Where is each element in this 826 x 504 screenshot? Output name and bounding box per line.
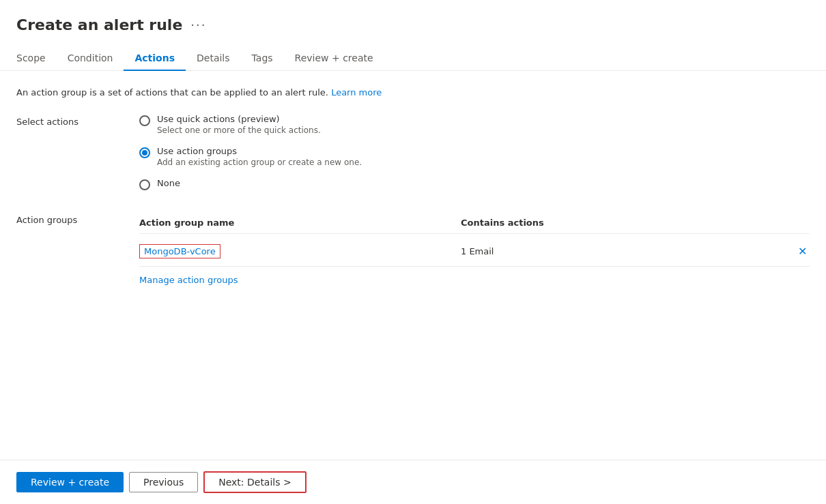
more-options-icon[interactable]: ···	[190, 18, 206, 32]
select-actions-controls: Use quick actions (preview) Select one o…	[139, 114, 810, 190]
action-groups-section: Action groups Action group name Contains…	[16, 212, 810, 285]
radio-none-label: None	[157, 178, 180, 188]
select-actions-section: Select actions Use quick actions (previe…	[16, 114, 810, 190]
radio-action-groups-desc: Add an existing action group or create a…	[157, 158, 362, 167]
radio-option-none[interactable]: None	[139, 178, 810, 190]
info-bar-text: An action group is a set of actions that…	[16, 87, 328, 98]
manage-action-groups-link[interactable]: Manage action groups	[139, 275, 238, 285]
tab-tags[interactable]: Tags	[241, 47, 284, 70]
page-title: Create an alert rule	[16, 16, 182, 33]
col-header-name: Action group name	[139, 218, 461, 228]
radio-quick-actions-label: Use quick actions (preview)	[157, 114, 321, 124]
page-header: Create an alert rule ···	[0, 0, 826, 33]
info-bar: An action group is a set of actions that…	[16, 87, 810, 98]
footer: Review + create Previous Next: Details >	[0, 460, 826, 504]
previous-button[interactable]: Previous	[129, 472, 198, 492]
action-groups-table-wrapper: Action group name Contains actions Mongo…	[139, 212, 810, 285]
action-group-name-link[interactable]: MongoDB-vCore	[139, 244, 220, 258]
cell-contains-actions: 1 Email	[461, 246, 782, 256]
tab-scope[interactable]: Scope	[16, 47, 57, 70]
select-actions-label: Select actions	[16, 114, 112, 190]
review-create-button[interactable]: Review + create	[16, 472, 124, 492]
radio-option-action-groups[interactable]: Use action groups Add an existing action…	[139, 146, 810, 167]
radio-action-groups-label: Use action groups	[157, 146, 362, 156]
action-groups-label: Action groups	[16, 212, 112, 285]
tab-actions[interactable]: Actions	[124, 47, 186, 70]
radio-quick-actions-input[interactable]	[139, 115, 150, 126]
cell-remove: ✕	[782, 242, 810, 261]
tab-review-create[interactable]: Review + create	[284, 47, 384, 70]
radio-none-input[interactable]	[139, 179, 150, 190]
radio-quick-actions-desc: Select one or more of the quick actions.	[157, 125, 321, 135]
table-row: MongoDB-vCore 1 Email ✕	[139, 237, 810, 267]
tabs-container: Scope Condition Actions Details Tags Rev…	[0, 33, 826, 71]
tab-condition[interactable]: Condition	[57, 47, 124, 70]
tab-details[interactable]: Details	[186, 47, 241, 70]
page-container: Create an alert rule ··· Scope Condition…	[0, 0, 826, 504]
col-header-contains: Contains actions	[461, 218, 782, 228]
next-details-button[interactable]: Next: Details >	[203, 471, 307, 493]
cell-action-group-name: MongoDB-vCore	[139, 244, 461, 258]
radio-none-text: None	[157, 178, 180, 188]
remove-action-group-button[interactable]: ✕	[795, 242, 810, 261]
radio-action-groups-input[interactable]	[139, 147, 150, 158]
tabs-list: Scope Condition Actions Details Tags Rev…	[16, 47, 810, 70]
table-header: Action group name Contains actions	[139, 212, 810, 234]
radio-option-quick-actions[interactable]: Use quick actions (preview) Select one o…	[139, 114, 810, 135]
col-header-remove	[782, 218, 810, 228]
learn-more-link[interactable]: Learn more	[331, 87, 382, 98]
radio-quick-actions-text: Use quick actions (preview) Select one o…	[157, 114, 321, 135]
content-area: An action group is a set of actions that…	[0, 71, 826, 460]
radio-action-groups-text: Use action groups Add an existing action…	[157, 146, 362, 167]
